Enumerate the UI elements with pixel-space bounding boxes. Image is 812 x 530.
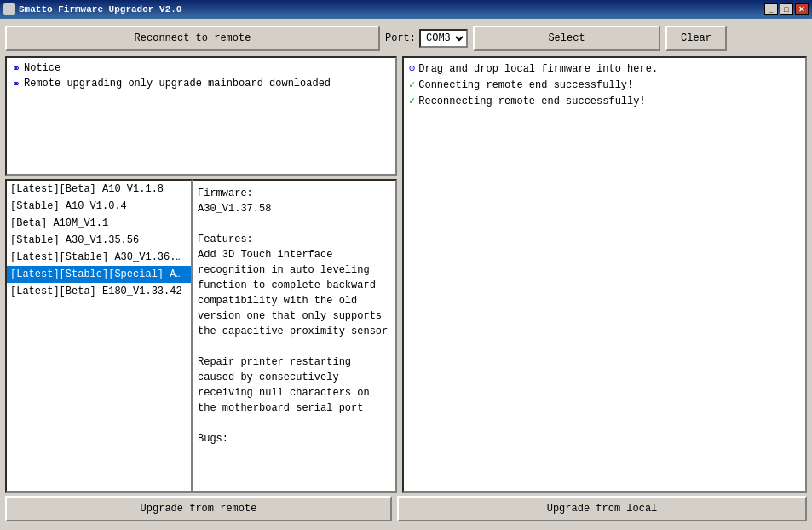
firmware-item[interactable]: [Stable] A30_V1.35.56 <box>7 232 191 249</box>
firmware-list[interactable]: [Latest][Beta] A10_V1.1.8[Stable] A10_V1… <box>5 179 193 493</box>
title-bar: Smatto Firmware Upgrador V2.0 _ □ ✕ <box>0 0 812 19</box>
notice-bullet-2: ⚭ <box>12 78 20 92</box>
bottom-row: Upgrade from remote Upgrade from local <box>5 496 807 525</box>
notice-text-2: Remote upgrading only upgrade mainboard … <box>24 77 331 91</box>
notice-bullet-1: ⚭ <box>12 62 20 77</box>
app-icon <box>3 3 15 15</box>
port-label: Port: <box>385 32 416 44</box>
clear-button[interactable]: Clear <box>665 26 727 51</box>
port-section: Port: COM3 COM1 COM2 COM4 COM5 <box>385 29 468 48</box>
firmware-item[interactable]: [Latest][Stable] A30_V1.36.57 <box>7 249 191 266</box>
log-icon: ✓ <box>409 78 415 94</box>
content-row: ⚭ Notice ⚭ Remote upgrading only upgrade… <box>5 56 807 493</box>
notice-line-2: ⚭ Remote upgrading only upgrade mainboar… <box>12 77 390 92</box>
firmware-item[interactable]: [Latest][Beta] A10_V1.1.8 <box>7 181 191 198</box>
right-panel: ⊙Drag and drop local firmware into here.… <box>402 56 807 493</box>
log-icon: ⊙ <box>409 61 415 78</box>
upgrade-local-button[interactable]: Upgrade from local <box>397 496 807 521</box>
log-line: ✓Reconnecting remote end successfully! <box>409 94 800 110</box>
maximize-button[interactable]: □ <box>780 3 793 15</box>
minimize-button[interactable]: _ <box>764 3 778 15</box>
title-bar-buttons: _ □ ✕ <box>764 3 809 15</box>
log-text: Reconnecting remote end successfully! <box>418 94 645 110</box>
firmware-item[interactable]: [Latest][Stable][Special] A30 <box>7 266 191 283</box>
left-panel: ⚭ Notice ⚭ Remote upgrading only upgrade… <box>5 56 397 493</box>
log-icon: ✓ <box>409 94 415 110</box>
firmware-item[interactable]: [Stable] A10_V1.0.4 <box>7 198 191 215</box>
upgrade-remote-button[interactable]: Upgrade from remote <box>5 496 392 521</box>
close-button[interactable]: ✕ <box>795 3 809 15</box>
log-text: Connecting remote end successfully! <box>418 78 633 94</box>
log-text: Drag and drop local firmware into here. <box>418 61 658 78</box>
title-bar-text: Smatto Firmware Upgrador V2.0 <box>3 3 181 15</box>
log-box: ⊙Drag and drop local firmware into here.… <box>402 56 807 493</box>
notice-line-1: ⚭ Notice <box>12 61 390 77</box>
firmware-detail: Firmware: A30_V1.37.58 Features: Add 3D … <box>193 179 397 493</box>
log-line: ⊙Drag and drop local firmware into here. <box>409 61 800 78</box>
firmware-row: [Latest][Beta] A10_V1.1.8[Stable] A10_V1… <box>5 179 397 493</box>
reconnect-button[interactable]: Reconnect to remote <box>5 26 380 51</box>
notice-text-1: Notice <box>24 61 60 76</box>
firmware-item[interactable]: [Beta] A10M_V1.1 <box>7 215 191 232</box>
select-button[interactable]: Select <box>473 26 660 51</box>
log-line: ✓Connecting remote end successfully! <box>409 78 800 94</box>
window-title: Smatto Firmware Upgrador V2.0 <box>19 4 181 14</box>
firmware-item[interactable]: [Latest][Beta] E180_V1.33.42 <box>7 283 191 300</box>
notice-box: ⚭ Notice ⚭ Remote upgrading only upgrade… <box>5 56 397 176</box>
port-select[interactable]: COM3 COM1 COM2 COM4 COM5 <box>419 29 468 48</box>
toolbar-row: Reconnect to remote Port: COM3 COM1 COM2… <box>5 24 807 53</box>
main-container: Reconnect to remote Port: COM3 COM1 COM2… <box>0 19 812 530</box>
